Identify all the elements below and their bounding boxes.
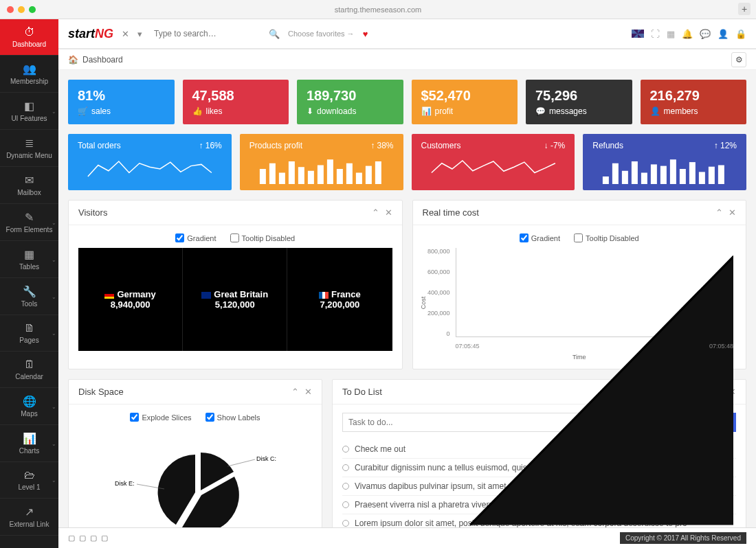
sidebar-item-ui-features[interactable]: ◧UI Features⌄ [0,93,58,130]
facebook-icon[interactable]: ▢ [68,534,75,543]
sidebar-item-charts[interactable]: 📊Charts⌄ [0,425,58,462]
gradient-checkbox[interactable]: Gradient [175,233,216,242]
country-stat: France7,200,000 [287,248,392,351]
notification-icon[interactable]: 🔔 [682,29,693,39]
spark-pct: ↑ 16% [199,141,221,150]
svg-rect-7 [327,159,333,184]
sidebar-item-dynamic-menu[interactable]: ≣Dynamic Menu [0,130,58,167]
sidebar-item-membership[interactable]: 👥Membership [0,56,58,93]
sparkline-chart [421,157,566,184]
window-close-icon[interactable] [7,6,14,13]
stat-label: members [664,106,698,116]
window-max-icon[interactable] [29,6,36,13]
sidebar-icon: 🗎 [24,322,35,334]
spark-card[interactable]: Customers↓ -7% [412,134,575,190]
sidebar-icon: ✉ [25,174,34,187]
chat-icon[interactable]: 💬 [700,29,711,39]
home-icon[interactable]: 🏠 [68,55,78,65]
language-flag-icon[interactable] [632,30,644,38]
sidebar-item-calendar[interactable]: 🗓Calendar [0,352,58,388]
spark-card[interactable]: Refunds↑ 12% [583,134,746,190]
collapse-icon[interactable]: ⌃ [291,387,299,397]
todo-checkbox-icon[interactable] [342,483,349,490]
visitors-panel: Visitors ⌃✕ Gradient Tooltip Disabled Ge… [68,200,403,369]
close-panel-icon[interactable]: ✕ [729,207,736,218]
settings-button[interactable]: ⚙ [731,52,746,67]
instagram-icon[interactable]: ▢ [90,534,97,543]
svg-rect-5 [308,171,314,184]
todo-checkbox-icon[interactable] [342,464,349,471]
lock-icon[interactable]: 🔒 [735,29,746,39]
fullscreen-icon[interactable]: ⛶ [651,29,660,39]
svg-text:Disk C:: Disk C: [256,455,276,462]
svg-rect-19 [660,166,667,184]
breadcrumb-title: Dashboard [82,55,123,65]
dropdown-icon[interactable]: ▾ [137,29,142,39]
explode-checkbox[interactable]: Explode Slices [130,413,191,422]
grid-icon[interactable]: ▦ [667,29,675,39]
search-input[interactable] [151,25,260,42]
sidebar-item-maps[interactable]: 🌐Maps⌄ [0,388,58,425]
stat-card-sales[interactable]: 81%🛒sales [68,80,175,124]
sidebar-item-pages[interactable]: 🗎Pages⌄ [0,315,58,352]
todo-checkbox-icon[interactable] [342,501,349,508]
sidebar-item-mailbox[interactable]: ✉Mailbox [0,167,58,204]
stat-card-downloads[interactable]: 189,730⬇downloads [297,80,403,124]
user-icon[interactable]: 👤 [718,29,729,39]
sidebar-label: Calendar [15,373,43,380]
sidebar-item-external-link[interactable]: ↗External Link [0,499,58,536]
window-min-icon[interactable] [18,6,25,13]
sidebar-item-dashboard[interactable]: ⏱Dashboard [0,19,58,56]
sidebar-item-tables[interactable]: ▦Tables⌄ [0,241,58,278]
svg-rect-21 [680,169,686,184]
collapse-icon[interactable]: ⌃ [715,207,723,218]
sidebar-icon: 🗓 [24,358,35,371]
sidebar-item-tools[interactable]: 🔧Tools⌄ [0,278,58,315]
close-panel-icon[interactable]: ✕ [304,387,312,397]
stat-card-profit[interactable]: $52,470📊profit [412,80,518,124]
spark-card[interactable]: Total orders↑ 16% [68,134,232,190]
stat-value: $52,470 [421,88,509,104]
close-panel-icon[interactable]: ✕ [385,207,392,218]
tooltip-checkbox[interactable]: Tooltip Disabled [574,233,639,242]
stat-card-messages[interactable]: 75,296💬messages [526,80,632,124]
search-icon[interactable]: 🔍 [269,29,280,39]
sidebar-item-level-1[interactable]: 🗁Level 1⌄ [0,462,58,499]
sidebar-item-form-elements[interactable]: ✎Form Elements⌄ [0,204,58,241]
country-flag-icon [201,292,211,299]
svg-rect-25 [718,165,724,185]
spark-pct: ↑ 12% [714,141,737,150]
sidebar-label: Form Elements [6,226,53,233]
sidebar-icon: 👥 [23,62,36,76]
heart-icon[interactable]: ♥ [363,29,368,39]
gradient-checkbox[interactable]: Gradient [520,233,560,242]
twitter-icon[interactable]: ▢ [79,534,86,543]
show-labels-checkbox[interactable]: Show Labels [205,413,260,422]
pinterest-icon[interactable]: ▢ [101,534,108,543]
country-flag-icon [319,292,329,299]
stat-card-members[interactable]: 216,279👤members [641,80,747,124]
spark-row: Total orders↑ 16%Products profit↑ 38%Cus… [68,134,746,190]
realtime-panel: Real time cost ⌃✕ Gradient Tooltip Disab… [412,200,747,369]
todo-checkbox-icon[interactable] [342,446,349,453]
country-population: 7,200,000 [320,299,359,310]
spark-card[interactable]: Products profit↑ 38% [240,134,403,190]
sparkbar-chart [592,157,737,184]
stat-icon: ⬇ [307,106,313,116]
new-tab-button[interactable]: + [738,3,751,15]
stat-card-likes[interactable]: 47,588👍likes [183,80,289,124]
tooltip-checkbox[interactable]: Tooltip Disabled [230,233,296,242]
chevron-down-icon: ⌄ [52,477,56,483]
svg-rect-11 [366,166,372,184]
todo-checkbox-icon[interactable] [342,520,349,527]
svg-text:Disk E:: Disk E: [115,480,135,487]
sidebar-label: UI Features [11,115,47,122]
sidebar-icon: ≣ [25,137,34,150]
stat-value: 81% [78,88,165,104]
footer: ▢ ▢ ▢ ▢ Copyright © 2017 All Rights Rese… [58,527,756,548]
close-icon[interactable]: ✕ [122,29,129,39]
sidebar-label: Mailbox [17,189,41,196]
stat-icon: 🛒 [78,106,88,116]
sidebar-icon: 📊 [23,432,36,445]
collapse-icon[interactable]: ⌃ [372,207,379,218]
